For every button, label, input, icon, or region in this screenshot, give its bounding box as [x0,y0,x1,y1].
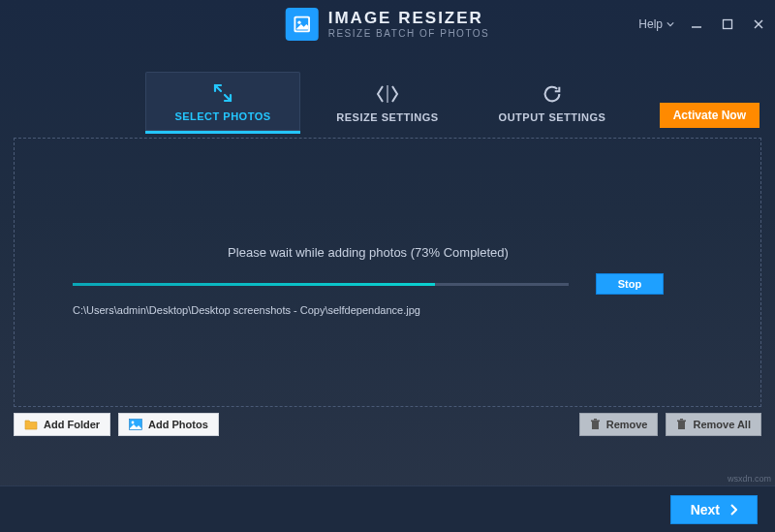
svg-point-9 [132,422,135,424]
progress-panel: Please wait while adding photos (73% Com… [73,245,664,316]
svg-rect-4 [724,20,732,29]
titlebar: IMAGE RESIZER RESIZE BATCH OF PHOTOS Hel… [0,0,775,48]
drop-area: Please wait while adding photos (73% Com… [14,138,761,407]
button-label: Next [691,502,720,517]
minimize-button[interactable] [688,16,705,33]
app-title: IMAGE RESIZER [328,10,490,28]
remove-all-button[interactable]: Remove All [666,413,761,436]
maximize-button[interactable] [719,16,736,33]
button-label: Remove [606,419,648,430]
help-menu[interactable]: Help [638,17,674,31]
tab-output-settings[interactable]: OUTPUT SETTINGS [475,72,630,134]
app-subtitle: RESIZE BATCH OF PHOTOS [328,28,490,39]
button-label: Add Photos [148,419,208,430]
image-icon [129,419,142,430]
activate-now-button[interactable]: Activate Now [660,103,760,128]
refresh-icon [542,82,563,106]
button-label: Add Folder [44,419,100,430]
svg-rect-11 [591,421,600,422]
expand-arrows-icon [211,81,234,105]
footer: Next [0,485,775,532]
remove-button[interactable]: Remove [579,413,659,436]
close-button[interactable] [750,16,767,33]
progress-status-text: Please wait while adding photos (73% Com… [73,245,664,260]
trash-icon [590,419,601,430]
stop-button[interactable]: Stop [596,273,664,295]
add-photos-button[interactable]: Add Photos [118,413,219,436]
tab-label: OUTPUT SETTINGS [499,111,606,123]
svg-rect-12 [594,419,597,421]
trash-icon [676,419,687,430]
watermark-text: wsxdn.com [728,474,771,484]
tab-label: RESIZE SETTINGS [336,111,438,123]
svg-rect-13 [678,422,685,429]
svg-rect-15 [680,419,683,421]
window-controls: Help [638,16,767,33]
resize-arrows-icon [375,82,400,106]
add-folder-button[interactable]: Add Folder [14,413,110,436]
svg-point-2 [297,21,300,24]
svg-rect-14 [677,421,686,422]
chevron-right-icon [729,504,737,516]
action-button-row: Add Folder Add Photos Remove Remove All [14,413,761,436]
help-label: Help [638,17,663,31]
current-file-path: C:\Users\admin\Desktop\Desktop screensho… [73,304,664,316]
button-label: Remove All [693,419,751,430]
progress-fill [73,283,435,286]
svg-rect-10 [592,422,599,429]
next-button[interactable]: Next [670,495,758,524]
app-logo-icon [286,8,319,41]
app-brand: IMAGE RESIZER RESIZE BATCH OF PHOTOS [286,8,490,41]
tab-resize-settings[interactable]: RESIZE SETTINGS [310,72,465,134]
progress-bar [73,283,569,286]
folder-icon [24,419,38,430]
tab-select-photos[interactable]: SELECT PHOTOS [145,72,300,134]
chevron-down-icon [666,20,674,28]
tab-label: SELECT PHOTOS [174,110,270,122]
